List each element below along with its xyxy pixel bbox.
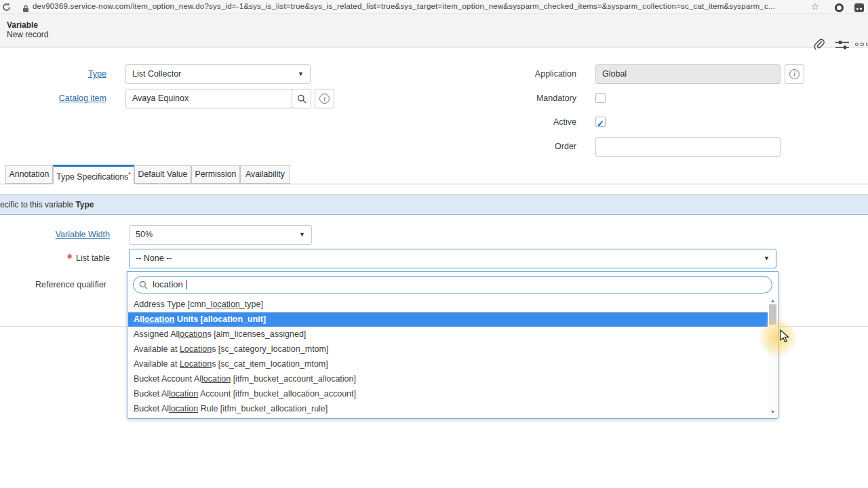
reference-qualifier-label: Reference qualifier	[17, 280, 106, 289]
search-icon	[297, 94, 307, 104]
text-cursor	[186, 280, 186, 289]
dropdown-item[interactable]: Available at Locations [sc_category_loca…	[128, 342, 768, 357]
list-table-select[interactable]: -- None -- ▼	[129, 249, 776, 268]
tab-permission[interactable]: Permission	[191, 165, 240, 184]
chevron-down-icon: ▼	[299, 226, 305, 244]
application-label: Application	[475, 69, 576, 79]
extension-box-icon[interactable]	[854, 3, 864, 15]
dropdown-item[interactable]: Available at Locations [sc_cat_item_loca…	[128, 357, 768, 371]
section-bar-text: ecific to this variable	[0, 200, 75, 209]
section-info-bar: ecific to this variable Type	[0, 195, 868, 215]
dropdown-item[interactable]: Bucket Allocation Rule [itfm_bucket_allo…	[128, 401, 768, 416]
page-title: Variable	[7, 20, 38, 30]
application-value: Global	[602, 69, 627, 79]
catalog-item-value: Avaya Equinox	[132, 94, 189, 103]
type-select-value: List Collector	[132, 69, 181, 79]
scrollbar-thumb[interactable]	[769, 304, 776, 325]
dropdown-search-input[interactable]: location	[133, 276, 772, 293]
application-info-button[interactable]: i	[785, 64, 804, 84]
application-field: Global	[595, 64, 781, 84]
form-header: Variable New record	[0, 14, 868, 47]
attachment-paperclip-icon[interactable]	[813, 39, 825, 54]
url-text[interactable]: dev90369.service-now.com/item_option_new…	[33, 2, 775, 10]
dropdown-scrollbar[interactable]: ▲ ▼	[768, 297, 777, 416]
checkmark-icon: ✓	[597, 119, 604, 129]
chevron-down-icon: ▼	[764, 249, 770, 268]
chevron-down-icon: ▼	[298, 65, 304, 83]
catalog-item-input[interactable]: Avaya Equinox	[125, 89, 292, 108]
tab-modified-mark: *	[128, 171, 131, 178]
active-label: Active	[475, 117, 576, 127]
list-table-dropdown: location Address Type [cmn_location_type…	[127, 271, 778, 419]
type-label[interactable]: Type	[14, 69, 106, 79]
dropdown-item[interactable]: Bucket Account Allocation [itfm_bucket_a…	[128, 371, 768, 386]
catalog-item-label[interactable]: Catalog item	[14, 94, 106, 103]
order-label: Order	[475, 142, 576, 151]
dropdown-item[interactable]: Bucket Allocation Account [itfm_bucket_a…	[128, 386, 768, 401]
active-checkbox[interactable]: ✓	[595, 117, 606, 127]
info-icon: i	[789, 69, 800, 79]
list-table-value: -- None --	[136, 253, 172, 263]
more-actions-icon[interactable]	[855, 43, 868, 46]
dropdown-search-value: location	[153, 277, 183, 293]
list-table-label: List table	[20, 253, 110, 263]
dropdown-results-list: Address Type [cmn_location_type]Allocati…	[128, 297, 768, 416]
browser-address-bar: dev90369.service-now.com/item_option_new…	[0, 0, 868, 14]
bookmark-star-icon[interactable]: ☆	[811, 1, 819, 12]
extension-circle-icon[interactable]	[835, 3, 844, 15]
dropdown-item[interactable]: Address Type [cmn_location_type]	[128, 297, 768, 312]
tab-type-specifications[interactable]: Type Specifications*	[53, 165, 134, 184]
tab-default-value[interactable]: Default Value	[134, 165, 191, 184]
page-subtitle: New record	[7, 30, 48, 39]
mandatory-checkbox[interactable]	[595, 93, 606, 103]
catalog-item-info-button[interactable]: i	[315, 89, 334, 108]
mouse-cursor-icon	[780, 329, 791, 346]
variable-width-value: 50%	[136, 230, 153, 239]
dropdown-item[interactable]: Allocation Units [allocation_unit]	[128, 312, 768, 327]
reload-icon[interactable]	[2, 2, 11, 14]
scroll-down-icon[interactable]: ▼	[768, 408, 777, 416]
personalize-form-sliders-icon[interactable]	[835, 40, 849, 53]
info-icon: i	[319, 94, 330, 104]
search-icon	[139, 281, 148, 289]
tab-availability[interactable]: Availability	[240, 165, 290, 184]
type-select[interactable]: List Collector ▼	[125, 64, 311, 84]
tab-annotation[interactable]: Annotation	[5, 165, 53, 184]
dropdown-item[interactable]: Assigned Allocations [alm_licenses_assig…	[128, 327, 768, 342]
variable-width-select[interactable]: 50% ▼	[129, 225, 312, 245]
variable-width-label[interactable]: Variable Width	[20, 230, 110, 239]
catalog-item-lookup-button[interactable]	[292, 89, 311, 108]
section-bar-bold-text: Type	[75, 200, 94, 209]
mandatory-label: Mandatory	[475, 94, 576, 103]
screen: dev90369.service-now.com/item_option_new…	[0, 0, 868, 488]
order-input[interactable]	[595, 137, 781, 157]
